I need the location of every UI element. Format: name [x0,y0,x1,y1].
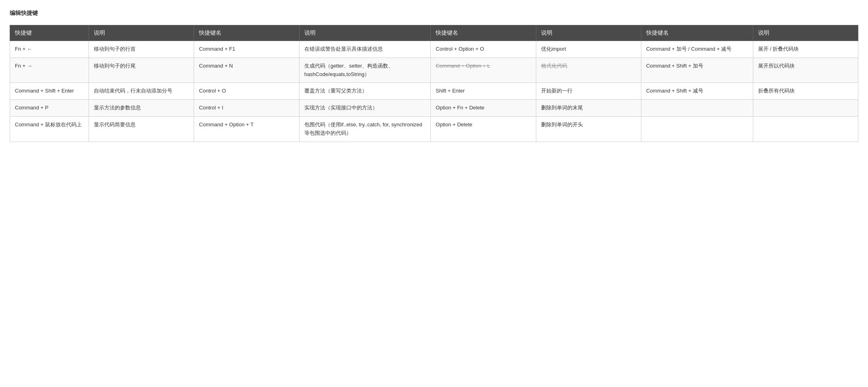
table-header-cell: 说明 [753,25,858,41]
table-cell: 删除到单词的开头 [536,116,641,142]
table-cell: 覆盖方法（重写父类方法） [299,83,431,100]
table-header-cell: 快捷键名 [194,25,299,41]
table-row: Command + Shift + Enter自动结束代码，行末自动添加分号Co… [10,83,858,100]
table-cell: 开始新的一行 [536,83,641,100]
table-row: Command + P显示方法的参数信息Control + I实现方法（实现接口… [10,100,858,117]
table-cell: 展开 / 折叠代码块 [753,41,858,58]
table-cell: 删除到单词的末尾 [536,100,641,117]
table-cell: 包围代码（使用if..else, try..catch, for, synchr… [299,116,431,142]
table-cell: Command + Option + T [194,116,299,142]
table-header-cell: 快捷键名 [431,25,536,41]
table-cell: Command + F1 [194,41,299,58]
page-title: 编辑快捷键 [10,10,858,17]
table-cell: Command + Shift + Enter [10,83,89,100]
table-cell: Command + Shift + 减号 [641,83,753,100]
table-header-cell: 快捷键 [10,25,89,41]
table-cell: Command + 鼠标放在代码上 [10,116,89,142]
table-cell: Command + P [10,100,89,117]
table-cell: 自动结束代码，行末自动添加分号 [89,83,194,100]
table-cell: 移动到句子的行尾 [89,58,194,83]
table-header-cell: 说明 [299,25,431,41]
table-header-cell: 说明 [536,25,641,41]
table-cell: 优化import [536,41,641,58]
table-cell: Command + Option + L [431,58,536,83]
table-cell: 展开所以代码块 [753,58,858,83]
table-cell: 折叠所有代码块 [753,83,858,100]
table-cell: Option + Fn + Delete [431,100,536,117]
table-cell [641,100,753,117]
shortcuts-table: 快捷键说明快捷键名说明快捷键名说明快捷键名说明 Fn + ←移动到句子的行首Co… [10,25,858,142]
table-cell: Command + N [194,58,299,83]
table-cell: Command + 加号 / Command + 减号 [641,41,753,58]
table-row: Fn + →移动到句子的行尾Command + N生成代码（getter、set… [10,58,858,83]
table-cell [641,116,753,142]
table-cell: 在错误或警告处显示具体描述信息 [299,41,431,58]
table-cell: Fn + ← [10,41,89,58]
table-cell: 移动到句子的行首 [89,41,194,58]
table-cell: Control + Option + O [431,41,536,58]
table-header: 快捷键说明快捷键名说明快捷键名说明快捷键名说明 [10,25,858,41]
table-cell: 显示方法的参数信息 [89,100,194,117]
table-header-cell: 快捷键名 [641,25,753,41]
table-cell: Fn + → [10,58,89,83]
table-cell: 显示代码简要信息 [89,116,194,142]
table-cell: 实现方法（实现接口中的方法） [299,100,431,117]
table-cell: 生成代码（getter、setter、构造函数、hashCode/equals,… [299,58,431,83]
table-cell [753,116,858,142]
table-cell: Option + Delete [431,116,536,142]
table-cell: Command + Shift + 加号 [641,58,753,83]
table-cell: Shift + Enter [431,83,536,100]
table-body: Fn + ←移动到句子的行首Command + F1在错误或警告处显示具体描述信… [10,41,858,142]
table-row: Command + 鼠标放在代码上显示代码简要信息Command + Optio… [10,116,858,142]
table-header-cell: 说明 [89,25,194,41]
table-cell [753,100,858,117]
table-cell: Control + O [194,83,299,100]
table-cell: Control + I [194,100,299,117]
table-row: Fn + ←移动到句子的行首Command + F1在错误或警告处显示具体描述信… [10,41,858,58]
table-cell: 格式化代码 [536,58,641,83]
